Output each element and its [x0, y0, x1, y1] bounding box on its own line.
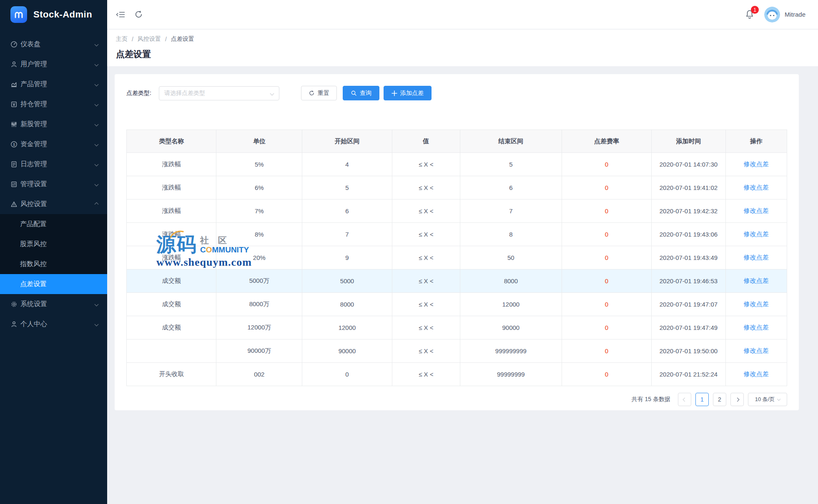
chevron-down-icon	[777, 397, 780, 400]
cell-op: ≤ X <	[392, 269, 460, 293]
reset-button[interactable]: 重置	[301, 86, 337, 100]
sidebar-item-dashboard[interactable]: 仪表盘	[0, 34, 107, 54]
avatar[interactable]	[764, 7, 780, 22]
cell-op: ≤ X <	[392, 363, 460, 386]
edit-spread-link[interactable]: 修改点差	[744, 370, 769, 377]
sidebar: Stock-Admin 仪表盘 用户管理 产品管理	[0, 0, 107, 504]
cell-op: ≤ X <	[392, 223, 460, 246]
reset-button-label: 重置	[318, 90, 329, 97]
sidebar-item-logs[interactable]: 日志管理	[0, 154, 107, 174]
page-head: 主页 / 风控设置 / 点差设置 点差设置	[107, 30, 818, 66]
table-row: 涨跌幅 8% 7 ≤ X < 8 0 2020-07-01 19:43:06 修…	[127, 223, 787, 246]
sidebar-item-system-settings[interactable]: 系统设置	[0, 294, 107, 314]
cell-action: 修改点差	[725, 339, 787, 363]
table-row-highlighted: 成交额 5000万 5000 ≤ X < 8000 0 2020-07-01 1…	[127, 269, 787, 293]
submenu-item-spread-settings-active[interactable]: 点差设置	[0, 274, 107, 294]
edit-spread-link[interactable]: 修改点差	[744, 324, 769, 331]
sidebar-item-profile[interactable]: 个人中心	[0, 314, 107, 334]
edit-spread-link[interactable]: 修改点差	[744, 160, 769, 167]
cell-unit: 8%	[216, 223, 302, 246]
cell-fee: 0	[562, 153, 651, 176]
page-size-select[interactable]: 10 条/页	[748, 393, 787, 406]
person-icon	[10, 321, 18, 328]
username[interactable]: Mitrade	[785, 11, 805, 18]
cell-unit: 8000万	[216, 293, 302, 316]
pagination-page-2[interactable]: 2	[713, 393, 726, 406]
add-spread-button[interactable]: 添加点差	[384, 86, 432, 100]
breadcrumb-risk-settings[interactable]: 风控设置	[138, 35, 161, 43]
sidebar-item-products[interactable]: 产品管理	[0, 74, 107, 94]
sidebar-item-label: 风控设置	[20, 200, 95, 209]
pagination-next-button[interactable]	[730, 393, 744, 406]
sidebar-item-positions[interactable]: 持仓管理	[0, 94, 107, 114]
table-row: 开头收取 002 0 ≤ X < 99999999 0 2020-07-01 2…	[127, 363, 787, 386]
sidebar-item-users[interactable]: 用户管理	[0, 54, 107, 74]
breadcrumb-home[interactable]: 主页	[116, 35, 128, 43]
page-title: 点差设置	[116, 48, 818, 60]
submenu-item-label: 产品配置	[20, 220, 98, 229]
pagination-page-1[interactable]: 1	[695, 393, 709, 406]
cell-end: 50	[460, 246, 562, 269]
table-header-row: 类型名称 单位 开始区间 值 结束区间 点差费率 添加时间 操作	[127, 130, 787, 153]
filter-row: 点差类型: 请选择点差类型 重置 查询 添加点差	[126, 86, 787, 100]
edit-spread-link[interactable]: 修改点差	[744, 184, 769, 191]
cell-start: 9	[302, 246, 392, 269]
spread-type-select[interactable]: 请选择点差类型	[159, 86, 279, 100]
cell-fee: 0	[562, 223, 651, 246]
cell-fee: 0	[562, 200, 651, 223]
search-button[interactable]: 查询	[343, 86, 379, 100]
cell-type	[127, 339, 216, 363]
edit-spread-link[interactable]: 修改点差	[744, 277, 769, 284]
notification-bell[interactable]: 1	[745, 10, 754, 19]
submenu-item-stock-risk[interactable]: 股票风控	[0, 234, 107, 254]
submenu-item-product-config[interactable]: 产品配置	[0, 214, 107, 234]
chevron-down-icon	[95, 142, 99, 146]
cell-type: 涨跌幅	[127, 223, 216, 246]
submenu-item-label: 指数风控	[20, 260, 98, 269]
fee-value: 0	[605, 254, 608, 261]
breadcrumb-separator: /	[132, 36, 133, 42]
cell-op: ≤ X <	[392, 200, 460, 223]
cell-start: 5	[302, 176, 392, 200]
table-row: 成交额 12000万 12000 ≤ X < 90000 0 2020-07-0…	[127, 316, 787, 339]
cell-action: 修改点差	[725, 223, 787, 246]
sidebar-item-admin-settings[interactable]: 管理设置	[0, 174, 107, 194]
submenu-item-index-risk[interactable]: 指数风控	[0, 254, 107, 274]
sidebar-item-ipo[interactable]: 新股管理	[0, 114, 107, 134]
fee-value: 0	[605, 301, 608, 308]
col-fee: 点差费率	[562, 130, 651, 153]
edit-spread-link[interactable]: 修改点差	[744, 300, 769, 307]
cell-time: 2020-07-01 19:47:49	[652, 316, 725, 339]
cell-action: 修改点差	[725, 200, 787, 223]
sidebar-item-label: 日志管理	[20, 160, 95, 169]
app-title: Stock-Admin	[33, 9, 92, 20]
cell-unit: 5000万	[216, 269, 302, 293]
pagination-prev-button[interactable]	[678, 393, 691, 406]
sidebar-item-funds[interactable]: $ 资金管理	[0, 134, 107, 154]
submenu-item-label: 点差设置	[20, 280, 98, 289]
cell-op: ≤ X <	[392, 339, 460, 363]
cell-time: 2020-07-01 19:41:02	[652, 176, 725, 200]
fee-value: 0	[605, 324, 608, 331]
add-spread-button-label: 添加点差	[400, 90, 424, 97]
cell-time: 2020-07-01 14:07:30	[652, 153, 725, 176]
app-logo[interactable]: Stock-Admin	[0, 0, 107, 29]
cell-op: ≤ X <	[392, 316, 460, 339]
edit-spread-link[interactable]: 修改点差	[744, 230, 769, 237]
menu-collapse-icon[interactable]	[116, 11, 125, 18]
svg-text:$: $	[13, 142, 15, 146]
cell-start: 5000	[302, 269, 392, 293]
edit-spread-link[interactable]: 修改点差	[744, 207, 769, 214]
table-row: 成交额 8000万 8000 ≤ X < 12000 0 2020-07-01 …	[127, 293, 787, 316]
chevron-down-icon	[95, 42, 99, 46]
cell-fee: 0	[562, 293, 651, 316]
table-row: 涨跌幅 6% 5 ≤ X < 6 0 2020-07-01 19:41:02 修…	[127, 176, 787, 200]
sidebar-item-risk-settings[interactable]: 风控设置	[0, 194, 107, 214]
edit-spread-link[interactable]: 修改点差	[744, 347, 769, 354]
cell-action: 修改点差	[725, 246, 787, 269]
edit-spread-link[interactable]: 修改点差	[744, 254, 769, 261]
search-icon	[351, 90, 357, 96]
refresh-icon[interactable]	[134, 10, 143, 19]
sidebar-menu: 仪表盘 用户管理 产品管理 持仓管理	[0, 34, 107, 334]
cell-end: 999999999	[460, 339, 562, 363]
